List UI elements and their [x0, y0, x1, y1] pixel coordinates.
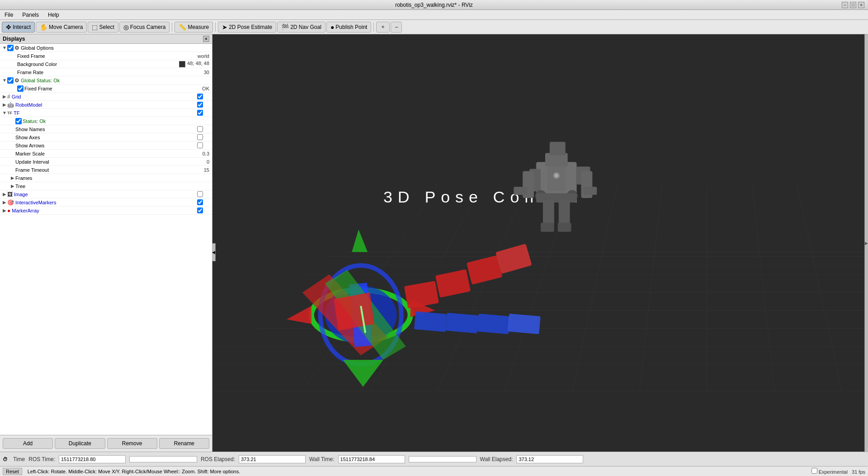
check-tf-status[interactable]	[15, 118, 22, 124]
wall-elapsed-value[interactable]	[516, 455, 583, 463]
reset-button[interactable]: Reset	[3, 468, 22, 475]
ros-elapsed-value[interactable]	[239, 455, 306, 463]
check-col-interactive-markers	[189, 199, 211, 205]
left-collapse-handle[interactable]: ◀	[212, 243, 216, 261]
check-col-show-names	[189, 126, 211, 132]
measure-button[interactable]: 📏 Measure	[175, 22, 213, 33]
focus-camera-button[interactable]: ◎ Focus Camera	[119, 22, 170, 33]
remove-button[interactable]: Remove	[107, 438, 157, 449]
check-marker-array[interactable]	[197, 207, 203, 213]
svg-rect-47	[536, 193, 577, 203]
expand-frames[interactable]: ▶	[10, 175, 15, 180]
2d-nav-button[interactable]: 🏁 2D Nav Goal	[277, 22, 326, 33]
maximize-button[interactable]: □	[850, 2, 856, 8]
expand-global-status[interactable]: ▼	[2, 78, 7, 83]
displays-tree[interactable]: ▼ ⚙ Global Options Fixed Frame world Bac…	[0, 44, 212, 435]
tree-row-tree[interactable]: ▶ Tree	[0, 182, 212, 190]
tree-row-image[interactable]: ▶ 🖼 Image	[0, 190, 212, 198]
menu-bar: File Panels Help	[0, 10, 868, 20]
expand-marker-array[interactable]: ▶	[2, 208, 7, 213]
viewport-3d[interactable]: 3D Pose Control	[212, 34, 864, 452]
ros-time-value[interactable]	[59, 455, 126, 463]
tree-row-show-names: Show Names	[0, 125, 212, 133]
right-collapse-handle[interactable]: ▶	[864, 34, 868, 452]
measure-label: Measure	[188, 24, 209, 30]
check-col-marker-array	[189, 207, 211, 213]
displays-close-button[interactable]: ×	[203, 36, 209, 42]
time-panel-title: Time	[13, 456, 25, 462]
tree-row-grid[interactable]: ▶ # Grid	[0, 93, 212, 101]
svg-rect-37	[446, 313, 479, 334]
bg-color-swatch[interactable]	[179, 61, 185, 67]
toolbar-minus-button[interactable]: −	[391, 22, 402, 33]
expand-tree[interactable]: ▶	[10, 184, 15, 189]
ros-time-label: ROS Time:	[28, 456, 55, 462]
move-camera-button[interactable]: ✋ Move Camera	[36, 22, 87, 33]
svg-rect-39	[508, 314, 541, 335]
interact-button[interactable]: ✥ Interact	[2, 22, 35, 33]
tree-row-marker-array[interactable]: ▶ ● MarkerArray	[0, 207, 212, 215]
svg-marker-30	[334, 292, 375, 331]
label-update-interval: Update Interval	[15, 159, 207, 165]
experimental-checkbox[interactable]	[811, 468, 817, 474]
select-button[interactable]: ⬚ Select	[88, 22, 118, 33]
rename-button[interactable]: Rename	[159, 438, 209, 449]
minimize-button[interactable]: −	[842, 2, 848, 8]
tree-row-global-status[interactable]: ▼ ⚙ Global Status: Ok	[0, 76, 212, 85]
tree-row-show-arrows: Show Arrows	[0, 141, 212, 150]
2d-pose-button[interactable]: ➤ 2D Pose Estimate	[218, 22, 276, 33]
publish-point-label: Publish Point	[335, 24, 367, 30]
check-global-options[interactable]	[7, 45, 14, 51]
tree-row-frames[interactable]: ▶ Frames	[0, 174, 212, 182]
check-grid[interactable]	[197, 94, 203, 99]
expand-image[interactable]: ▶	[2, 192, 7, 197]
close-button[interactable]: ×	[858, 2, 864, 8]
menu-panels[interactable]: Panels	[19, 11, 42, 19]
check-tf[interactable]	[197, 110, 203, 116]
2d-nav-icon: 🏁	[281, 24, 289, 31]
check-fixed-frame-status[interactable]	[17, 85, 24, 92]
svg-rect-55	[558, 223, 571, 232]
label-tf: TF	[14, 110, 189, 116]
tree-row-robotmodel[interactable]: ▶ 🤖 RobotModel	[0, 101, 212, 109]
expand-tf[interactable]: ▼	[2, 110, 7, 115]
value-fixed-frame-status: OK	[202, 86, 211, 91]
menu-file[interactable]: File	[2, 11, 16, 19]
tree-row-global-options[interactable]: ▼ ⚙ Global Options	[0, 44, 212, 52]
check-interactive-markers[interactable]	[197, 199, 203, 205]
svg-rect-51	[583, 187, 597, 195]
right-collapse-icon: ▶	[865, 241, 868, 245]
expand-global-options[interactable]: ▼	[2, 45, 7, 50]
check-show-names[interactable]	[197, 126, 203, 132]
label-interactive-markers: InteractiveMarkers	[15, 200, 189, 205]
check-robotmodel[interactable]	[197, 102, 203, 108]
check-global-status[interactable]	[7, 77, 14, 84]
toolbar: ✥ Interact ✋ Move Camera ⬚ Select ◎ Focu…	[0, 20, 868, 34]
tree-row-interactive-markers[interactable]: ▶ 🎯 InteractiveMarkers	[0, 198, 212, 207]
publish-point-button[interactable]: ● Publish Point	[326, 22, 372, 33]
tree-row-tf[interactable]: ▼ TF TF	[0, 109, 212, 117]
icon-image: 🖼	[7, 191, 13, 198]
tree-row-update-interval: Update Interval 0	[0, 158, 212, 166]
check-show-axes[interactable]	[197, 134, 203, 140]
icon-tf: TF	[7, 111, 12, 115]
value-bg-color: 48; 48; 48	[179, 61, 211, 67]
label-show-axes: Show Axes	[15, 135, 189, 140]
expand-grid[interactable]: ▶	[2, 94, 7, 99]
wall-time-value[interactable]	[338, 455, 405, 463]
check-image[interactable]	[197, 191, 203, 197]
svg-rect-52	[543, 200, 554, 225]
menu-help[interactable]: Help	[45, 11, 62, 19]
tree-row-fixed-frame-status: Fixed Frame OK	[0, 85, 212, 93]
expand-interactive-markers[interactable]: ▶	[2, 200, 7, 205]
move-camera-label: Move Camera	[49, 24, 83, 30]
duplicate-button[interactable]: Duplicate	[55, 438, 105, 449]
wall-elapsed-progress	[409, 456, 476, 462]
status-hint: Left-Click: Rotate. Middle-Click: Move X…	[28, 469, 241, 474]
toolbar-plus-button[interactable]: ＋	[376, 22, 390, 33]
expand-robotmodel[interactable]: ▶	[2, 102, 7, 107]
label-show-arrows: Show Arrows	[15, 143, 189, 148]
value-frame-timeout: 15	[204, 167, 211, 173]
add-button[interactable]: Add	[3, 438, 53, 449]
check-show-arrows[interactable]	[197, 142, 203, 148]
